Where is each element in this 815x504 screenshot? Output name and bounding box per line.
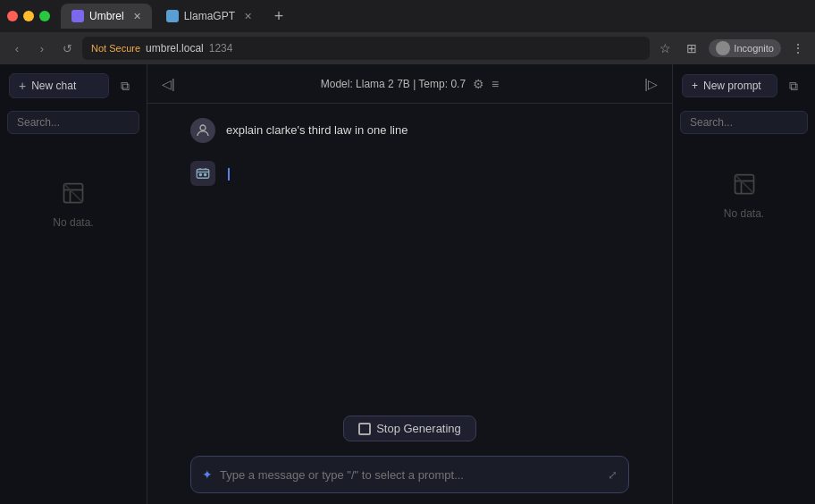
app-wrapper: + New chat ⧉ No data.	[0, 64, 815, 504]
forward-button[interactable]: ›	[32, 38, 52, 58]
incognito-avatar	[716, 41, 730, 55]
right-no-data-text: No data.	[724, 207, 764, 220]
minimize-window-button[interactable]	[23, 11, 34, 21]
sparkle-icon: ✦	[202, 467, 213, 482]
traffic-lights	[7, 11, 50, 21]
right-sidebar: + New prompt ⧉ No data.	[672, 64, 815, 504]
chat-header: ◁| Model: Llama 2 7B | Temp: 0.7 ⚙ ≡ |▷	[147, 64, 672, 104]
new-prompt-label: New prompt	[703, 80, 761, 92]
left-no-data-text: No data.	[53, 216, 93, 229]
right-sidebar-header: + New prompt ⧉	[673, 64, 815, 107]
settings-icon[interactable]: ⚙	[473, 77, 484, 91]
incognito-label: Incognito	[734, 43, 774, 54]
tab-umbrel-label: Umbrel	[89, 10, 124, 22]
stop-generating-bar: Stop Generating	[147, 408, 672, 449]
right-sidebar-empty-state: No data.	[673, 141, 815, 504]
bookmark-button[interactable]: ☆	[655, 38, 675, 58]
expand-input-icon[interactable]: ⤢	[608, 468, 618, 482]
maximize-window-button[interactable]	[39, 11, 50, 21]
back-button[interactable]: ‹	[7, 38, 27, 58]
tab-llamagpt[interactable]: LlamaGPT ✕	[155, 4, 263, 29]
sidebar-search-area	[0, 107, 147, 141]
chat-message-input[interactable]	[220, 468, 608, 482]
tab-close-llamagpt[interactable]: ✕	[244, 11, 252, 22]
user-message: explain clarke's third law in one line	[190, 118, 629, 143]
svg-line-11	[735, 175, 753, 194]
bot-message	[190, 161, 629, 186]
address-bar: ‹ › ↺ Not Secure umbrel.local 1234 ☆ ⊞ I…	[0, 32, 815, 64]
user-avatar	[190, 118, 215, 143]
umbrel-favicon	[71, 10, 84, 22]
chat-search-input[interactable]	[7, 111, 139, 134]
typing-cursor	[228, 168, 230, 181]
menu-button[interactable]: ⋮	[788, 38, 808, 58]
chat-main: ◁| Model: Llama 2 7B | Temp: 0.7 ⚙ ≡ |▷	[147, 64, 672, 504]
new-chat-label: New chat	[31, 80, 76, 92]
app-layout: + New chat ⧉ No data.	[0, 64, 815, 504]
left-sidebar: + New chat ⧉ No data.	[0, 64, 147, 504]
stop-btn-label: Stop Generating	[376, 422, 461, 435]
refresh-button[interactable]: ↺	[57, 38, 77, 58]
svg-point-7	[205, 173, 206, 175]
right-no-data-icon	[728, 168, 760, 200]
security-indicator: Not Secure	[91, 43, 140, 54]
browser-chrome: Umbrel ✕ LlamaGPT ✕ + ‹ › ↺ Not Secure u…	[0, 0, 815, 64]
no-data-icon	[57, 177, 89, 209]
collapse-left-button[interactable]: ◁|	[162, 77, 175, 91]
plus-icon: +	[19, 79, 26, 93]
tab-llamagpt-label: LlamaGPT	[184, 10, 235, 22]
url-port: 1234	[209, 42, 233, 55]
bot-message-content	[226, 161, 230, 186]
chat-messages: explain clarke's third law in one line	[147, 104, 672, 408]
bot-avatar	[190, 161, 215, 186]
svg-line-3	[64, 184, 83, 203]
new-chat-button[interactable]: + New chat	[9, 73, 109, 98]
left-sidebar-empty-state: No data.	[0, 141, 147, 504]
url-domain: umbrel.local	[146, 42, 204, 55]
prompt-search-input[interactable]	[680, 111, 808, 134]
stop-icon	[358, 423, 371, 435]
new-tab-button[interactable]: +	[266, 4, 291, 29]
right-sidebar-copy-button[interactable]: ⧉	[781, 73, 806, 98]
llamagpt-favicon	[166, 10, 179, 22]
svg-point-4	[200, 125, 206, 130]
left-sidebar-header: + New chat ⧉	[0, 64, 147, 107]
toolbar-right: ☆ ⊞ Incognito ⋮	[655, 38, 808, 58]
url-bar[interactable]: Not Secure umbrel.local 1234	[82, 37, 650, 60]
new-prompt-button[interactable]: + New prompt	[682, 74, 777, 97]
tab-umbrel[interactable]: Umbrel ✕	[61, 4, 152, 29]
right-sidebar-search-area	[673, 107, 815, 141]
chat-input-area: ✦ ⤢	[147, 449, 672, 504]
extensions-button[interactable]: ⊞	[682, 38, 702, 58]
tab-bar: Umbrel ✕ LlamaGPT ✕ +	[0, 0, 815, 32]
user-message-content: explain clarke's third law in one line	[226, 118, 408, 143]
model-info-bar: Model: Llama 2 7B | Temp: 0.7 ⚙ ≡	[321, 77, 500, 91]
model-info-text: Model: Llama 2 7B | Temp: 0.7	[321, 78, 466, 90]
collapse-right-button[interactable]: |▷	[644, 77, 658, 91]
svg-rect-5	[197, 170, 209, 179]
list-icon[interactable]: ≡	[492, 77, 499, 91]
chat-input-wrapper: ✦ ⤢	[190, 456, 629, 493]
new-prompt-plus-icon: +	[692, 80, 698, 92]
sidebar-copy-button[interactable]: ⧉	[113, 73, 138, 98]
close-window-button[interactable]	[7, 11, 18, 21]
tab-close-umbrel[interactable]: ✕	[133, 11, 141, 22]
svg-point-6	[199, 173, 201, 175]
stop-generating-button[interactable]: Stop Generating	[343, 416, 476, 441]
incognito-badge: Incognito	[709, 39, 781, 57]
